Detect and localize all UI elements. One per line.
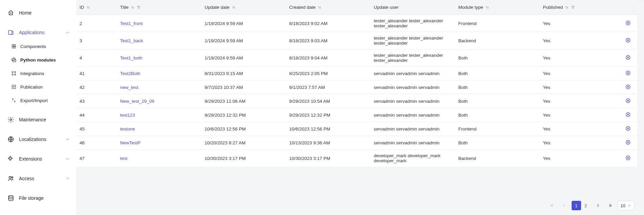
nav-access[interactable]: Access: [4, 172, 73, 185]
col-created-date[interactable]: Created date: [286, 0, 370, 15]
table-row[interactable]: 4Test1_both1/19/2024 9:59 AM8/18/2023 9:…: [76, 49, 637, 67]
globe-icon: [7, 136, 14, 143]
page-first[interactable]: [547, 201, 557, 210]
cell-id: 4: [76, 49, 117, 67]
col-published[interactable]: Published: [539, 0, 617, 15]
cell-published: Yes: [539, 122, 617, 136]
title-link[interactable]: Test1_back: [120, 38, 143, 43]
nav-home[interactable]: Home: [4, 7, 73, 19]
title-link[interactable]: Test2Both: [120, 71, 140, 76]
cell-published: Yes: [539, 80, 617, 94]
applications-icon: [7, 29, 14, 36]
cell-created-date: 10/30/2023 3:17 PM: [286, 150, 370, 167]
table-row[interactable]: 47test10/30/2023 3:17 PM10/30/2023 3:17 …: [76, 150, 637, 167]
export-icon: [11, 97, 17, 103]
sort-icon: [565, 5, 569, 9]
delete-button[interactable]: [625, 155, 631, 161]
table-row[interactable]: 41Test2Both8/31/2023 9:15 AM8/25/2023 2:…: [76, 67, 637, 80]
delete-button[interactable]: [625, 98, 631, 104]
title-link[interactable]: Test1_front: [120, 21, 143, 26]
cell-created-date: 8/25/2023 2:05 PM: [286, 67, 370, 80]
nav-components[interactable]: Components: [4, 41, 73, 52]
col-update-user[interactable]: Update user: [370, 0, 455, 15]
page-last[interactable]: [605, 201, 615, 210]
col-id[interactable]: ID: [76, 0, 117, 15]
title-link[interactable]: new_test: [120, 85, 138, 90]
nav-export[interactable]: Export/Import: [4, 95, 73, 106]
title-link[interactable]: test: [120, 156, 128, 161]
cell-created-date: 8/18/2023 9:02 AM: [286, 15, 370, 32]
delete-button[interactable]: [625, 139, 631, 145]
page-1[interactable]: 1: [572, 201, 581, 210]
nav-extensions[interactable]: Extensions: [4, 153, 73, 165]
delete-button[interactable]: [625, 54, 631, 61]
cell-id: 44: [76, 108, 117, 122]
sort-icon: [485, 5, 489, 9]
table-row[interactable]: 44test1239/29/2023 12:32 PM9/29/2023 12:…: [76, 108, 637, 122]
nav-publication[interactable]: Publication: [4, 81, 73, 93]
svg-rect-1: [8, 30, 12, 34]
table-row[interactable]: 46NewTestP10/20/2023 8:27 AM10/13/2023 9…: [76, 136, 637, 150]
table-row[interactable]: 42new_test9/7/2023 10:37 AM9/1/2023 7:57…: [76, 80, 637, 94]
svg-point-9: [15, 74, 16, 75]
cell-update-date: 9/29/2023 12:32 PM: [201, 108, 286, 122]
cell-id: 45: [76, 122, 117, 136]
nav-maintenance[interactable]: Maintenance: [4, 114, 73, 126]
cell-module-type: Frontend: [455, 122, 539, 136]
title-link[interactable]: test123: [120, 113, 135, 118]
table-row[interactable]: 2Test1_front1/19/2024 9:59 AM8/18/2023 9…: [76, 15, 637, 32]
cell-published: Yes: [539, 94, 617, 108]
table-row[interactable]: 3Test1_back1/19/2024 9:59 AM8/18/2023 9:…: [76, 32, 637, 49]
delete-button[interactable]: [625, 70, 631, 76]
chevron-down-icon: [65, 137, 70, 142]
cell-update-date: 1/19/2024 9:59 AM: [201, 32, 286, 49]
title-link[interactable]: Test1_both: [120, 55, 142, 61]
chevron-down-icon: [65, 176, 70, 181]
filter-icon[interactable]: [571, 5, 575, 9]
cell-id: 46: [76, 136, 117, 150]
filter-icon[interactable]: [137, 5, 141, 9]
modules-table: ID Title Update date Created date Update…: [76, 0, 637, 167]
page-next[interactable]: [593, 201, 603, 210]
delete-button[interactable]: [625, 84, 631, 90]
chevron-down-icon: [65, 157, 70, 161]
nav-python[interactable]: Python modules: [4, 54, 73, 66]
delete-button[interactable]: [625, 112, 631, 118]
col-update-date[interactable]: Update date: [201, 0, 286, 15]
nav-storage[interactable]: File storage: [4, 192, 73, 204]
cell-id: 42: [76, 80, 117, 94]
svg-rect-2: [12, 45, 14, 46]
cell-id: 47: [76, 150, 117, 167]
sort-icon: [131, 5, 135, 9]
page-2[interactable]: 2: [581, 201, 591, 210]
nav-integrations[interactable]: Integrations: [4, 68, 73, 79]
nav-extensions-label: Extensions: [19, 156, 42, 162]
svg-point-14: [12, 177, 13, 178]
gear-icon: [7, 116, 14, 123]
cell-update-date: 1/19/2024 9:59 AM: [201, 49, 286, 67]
col-title[interactable]: Title: [117, 0, 201, 15]
cell-module-type: Both: [455, 80, 539, 94]
delete-button[interactable]: [625, 37, 631, 43]
components-icon: [11, 43, 17, 49]
cell-module-type: Both: [455, 94, 539, 108]
svg-rect-10: [12, 85, 16, 89]
table-row[interactable]: 43New_test_29_099/29/2023 11:06 AM9/29/2…: [76, 94, 637, 108]
table-row[interactable]: 45testone10/6/2023 12:56 PM10/6/2023 12:…: [76, 122, 637, 136]
svg-point-6: [12, 71, 13, 72]
title-link[interactable]: NewTestP: [120, 140, 141, 145]
col-module-type[interactable]: Module type: [455, 0, 539, 15]
page-size-select[interactable]: 10: [618, 201, 635, 210]
title-link[interactable]: New_test_29_09: [120, 99, 154, 104]
cell-id: 2: [76, 15, 117, 32]
cell-update-date: 1/19/2024 9:59 AM: [201, 15, 286, 32]
cell-created-date: 9/29/2023 12:32 PM: [286, 108, 370, 122]
title-link[interactable]: testone: [120, 126, 135, 132]
delete-button[interactable]: [625, 125, 631, 132]
nav-python-label: Python modules: [20, 57, 56, 63]
delete-button[interactable]: [625, 20, 631, 26]
nav-applications[interactable]: Applications: [4, 26, 73, 39]
nav-localizations[interactable]: Localizations: [4, 133, 73, 145]
page-prev[interactable]: [559, 201, 569, 210]
svg-point-0: [10, 13, 11, 14]
